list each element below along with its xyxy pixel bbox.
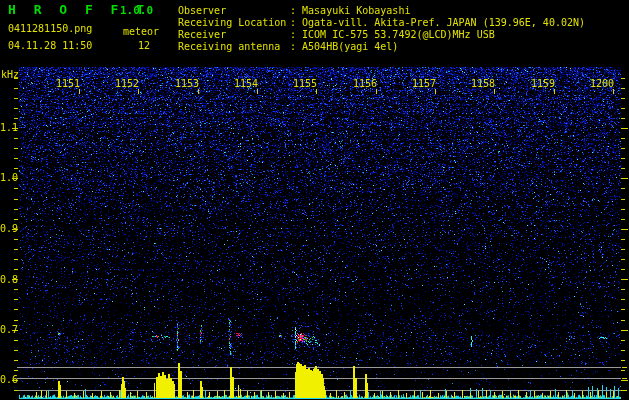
spectrogram-canvas — [0, 0, 629, 400]
y-tick-label: 1.0 — [0, 172, 13, 183]
info-colon: : — [290, 17, 302, 29]
x-tick-label: 1157 — [410, 78, 436, 89]
receiver-info: Observer: Masayuki KobayashiReceiving Lo… — [178, 5, 585, 53]
info-value: A504HB(yagi 4el) — [302, 41, 398, 53]
x-tick-label: 1152 — [113, 78, 139, 89]
info-colon: : — [290, 5, 302, 17]
info-value: Masayuki Kobayashi — [302, 5, 410, 17]
info-row: Observer: Masayuki Kobayashi — [178, 5, 585, 17]
info-row: Receiving antenna: A504HB(yagi 4el) — [178, 41, 585, 53]
info-label: Receiver — [178, 29, 290, 41]
info-colon: : — [290, 29, 302, 41]
hrofft-screen: H R O F F T 1.0.0 0411281150.png meteor … — [0, 0, 629, 400]
x-tick-label: 1155 — [291, 78, 317, 89]
meteor-count: 12 — [138, 40, 150, 51]
x-tick-label: 1159 — [529, 78, 555, 89]
y-tick-label: 1.1 — [0, 122, 13, 133]
app-version: 1.0.0 — [120, 4, 153, 17]
y-tick-label: 0.8 — [0, 274, 13, 285]
y-tick-label: 0.6 — [0, 374, 13, 385]
y-tick-label: 0.9 — [0, 223, 13, 234]
x-tick-label: 1156 — [351, 78, 377, 89]
datetime-label: 04.11.28 11:50 — [8, 40, 92, 51]
info-value: Ogata-vill. Akita-Pref. JAPAN (139.96E, … — [302, 17, 585, 29]
info-row: Receiving Location: Ogata-vill. Akita-Pr… — [178, 17, 585, 29]
x-tick-label: 1154 — [232, 78, 258, 89]
info-row: Receiver: ICOM IC-575 53.7492(@LCD)MHz U… — [178, 29, 585, 41]
mode-label: meteor — [123, 26, 159, 37]
info-label: Observer — [178, 5, 290, 17]
output-filename: 0411281150.png — [8, 23, 92, 34]
info-colon: : — [290, 41, 302, 53]
x-tick-label: 1151 — [54, 78, 80, 89]
y-tick-label: 0.7 — [0, 324, 13, 335]
x-tick-label: 1153 — [173, 78, 199, 89]
info-label: Receiving antenna — [178, 41, 290, 53]
info-label: Receiving Location — [178, 17, 290, 29]
info-value: ICOM IC-575 53.7492(@LCD)MHz USB — [302, 29, 495, 41]
x-tick-label: 1158 — [469, 78, 495, 89]
y-axis-unit-label: kHz — [1, 69, 19, 80]
x-tick-label: 1200 — [588, 78, 614, 89]
